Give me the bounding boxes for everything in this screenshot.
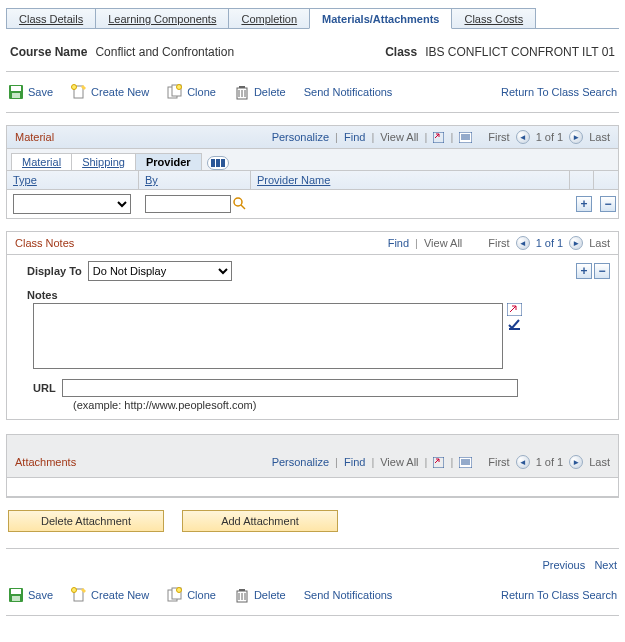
attachments-prev-button[interactable]: ◄ — [516, 455, 530, 469]
attachments-download-icon[interactable] — [459, 457, 470, 468]
clone-icon — [167, 587, 183, 603]
add-attachment-button[interactable]: Add Attachment — [182, 510, 338, 532]
material-header: Material Personalize | Find | View All |… — [7, 126, 618, 149]
material-find-link[interactable]: Find — [344, 131, 365, 143]
svg-rect-32 — [12, 596, 20, 601]
class-notes-header: Class Notes Find | View All First ◄ 1 of… — [7, 232, 618, 255]
delete-attachment-button[interactable]: Delete Attachment — [8, 510, 164, 532]
subtab-shipping[interactable]: Shipping — [71, 153, 136, 170]
attachments-personalize-link[interactable]: Personalize — [272, 456, 329, 468]
delete-label: Delete — [254, 86, 286, 98]
attachment-button-row: Delete Attachment Add Attachment — [6, 498, 619, 544]
clone-label: Clone — [187, 86, 216, 98]
notes-count[interactable]: 1 of 1 — [536, 237, 564, 249]
tab-materials-attachments[interactable]: Materials/Attachments — [309, 8, 452, 29]
attachments-first-text: First — [488, 456, 509, 468]
show-all-columns-icon[interactable] — [207, 156, 229, 170]
create-new-label: Create New — [91, 86, 149, 98]
notes-prev-button[interactable]: ◄ — [516, 236, 530, 250]
save-button-bottom[interactable]: Save — [8, 587, 53, 603]
display-to-row: Display To Do Not Display + − — [27, 261, 618, 281]
by-input[interactable] — [145, 195, 231, 213]
clone-icon — [167, 84, 183, 100]
toolbar-bottom: Save Create New Clone Delete Send Notifi… — [6, 575, 619, 616]
material-first-text: First — [488, 131, 509, 143]
attachments-find-link[interactable]: Find — [344, 456, 365, 468]
send-notifications-button-bottom[interactable]: Send Notifications — [304, 589, 393, 601]
lookup-icon[interactable] — [233, 197, 247, 211]
next-link[interactable]: Next — [594, 559, 617, 571]
material-personalize-link[interactable]: Personalize — [272, 131, 329, 143]
send-notifications-button[interactable]: Send Notifications — [304, 86, 393, 98]
material-grid-row: + − — [7, 190, 618, 218]
zoom-icon[interactable] — [433, 132, 444, 143]
header-row: Course Name Conflict and Confrontation C… — [6, 29, 619, 72]
attachments-last-text: Last — [589, 456, 610, 468]
delete-button[interactable]: Delete — [234, 84, 286, 100]
delete-button-bottom[interactable]: Delete — [234, 587, 286, 603]
create-new-button[interactable]: Create New — [71, 84, 149, 100]
tab-class-costs[interactable]: Class Costs — [451, 8, 536, 28]
url-input[interactable] — [62, 379, 518, 397]
row-add-button[interactable]: + — [576, 196, 592, 212]
return-to-search-button[interactable]: Return To Class Search — [501, 86, 617, 98]
col-type[interactable]: Type — [7, 171, 139, 189]
svg-rect-18 — [211, 159, 215, 167]
display-to-select[interactable]: Do Not Display — [88, 261, 232, 281]
notes-textarea[interactable] — [33, 303, 503, 369]
col-provider-name[interactable]: Provider Name — [251, 171, 570, 189]
return-to-search-button-bottom[interactable]: Return To Class Search — [501, 589, 617, 601]
material-viewall-text: View All — [380, 131, 418, 143]
prev-next-row: Previous Next — [6, 553, 619, 575]
notes-add-button[interactable]: + — [576, 263, 592, 279]
create-new-button-bottom[interactable]: Create New — [71, 587, 149, 603]
previous-link[interactable]: Previous — [542, 559, 585, 571]
attachments-title: Attachments — [15, 456, 76, 468]
subtab-provider[interactable]: Provider — [135, 153, 202, 170]
trash-icon — [234, 84, 250, 100]
svg-rect-2 — [12, 93, 20, 98]
download-icon[interactable] — [459, 132, 470, 143]
create-new-icon — [71, 84, 87, 100]
attachments-next-button[interactable]: ► — [569, 455, 583, 469]
svg-rect-31 — [11, 589, 21, 594]
save-button[interactable]: Save — [8, 84, 53, 100]
material-title: Material — [15, 131, 54, 143]
notes-find-link[interactable]: Find — [388, 237, 409, 249]
notes-next-button[interactable]: ► — [569, 236, 583, 250]
row-delete-button[interactable]: − — [600, 196, 616, 212]
tab-completion[interactable]: Completion — [228, 8, 310, 28]
svg-rect-39 — [239, 589, 245, 591]
clone-button[interactable]: Clone — [167, 84, 216, 100]
notes-first-text: First — [488, 237, 509, 249]
url-hint: (example: http://www.peoplesoft.com) — [73, 399, 618, 411]
col-add — [570, 171, 594, 189]
expand-icon[interactable] — [507, 303, 522, 316]
return-to-search-label: Return To Class Search — [501, 86, 617, 98]
notes-delete-button[interactable]: − — [594, 263, 610, 279]
material-grid-columns: Type By Provider Name — [7, 171, 618, 190]
class-notes-panel: Class Notes Find | View All First ◄ 1 of… — [6, 231, 619, 420]
attachments-panel: Attachments Personalize | Find | View Al… — [6, 434, 619, 498]
trash-icon — [234, 587, 250, 603]
svg-point-34 — [72, 588, 77, 593]
material-next-button[interactable]: ► — [569, 130, 583, 144]
svg-rect-23 — [507, 303, 522, 316]
col-by[interactable]: By — [139, 171, 251, 189]
clone-button-bottom[interactable]: Clone — [167, 587, 216, 603]
material-last-text: Last — [589, 131, 610, 143]
spellcheck-icon[interactable] — [507, 318, 522, 331]
subtab-material[interactable]: Material — [11, 153, 72, 170]
tab-learning-components[interactable]: Learning Components — [95, 8, 229, 28]
class-value: IBS CONFLICT CONFRONT ILT 01 — [425, 45, 615, 59]
attachments-zoom-icon[interactable] — [433, 457, 444, 468]
save-label: Save — [28, 86, 53, 98]
svg-line-22 — [241, 205, 245, 209]
save-icon — [8, 587, 24, 603]
save-icon — [8, 84, 24, 100]
tab-class-details[interactable]: Class Details — [6, 8, 96, 28]
type-select[interactable] — [13, 194, 131, 214]
material-count: 1 of 1 — [536, 131, 564, 143]
col-del — [594, 171, 618, 189]
material-prev-button[interactable]: ◄ — [516, 130, 530, 144]
